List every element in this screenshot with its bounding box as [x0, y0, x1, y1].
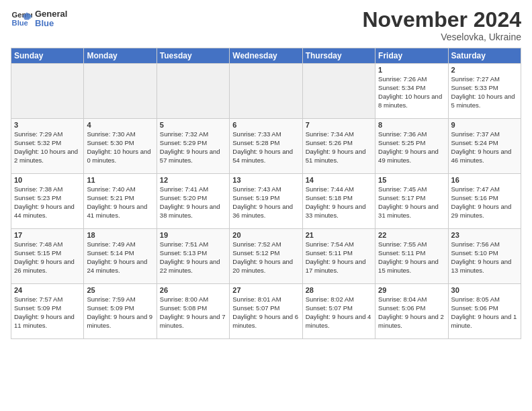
day-info: Sunrise: 7:40 AMSunset: 5:21 PMDaylight:… — [87, 185, 153, 220]
table-row: 9Sunrise: 7:37 AMSunset: 5:24 PMDaylight… — [448, 119, 521, 174]
table-row: 29Sunrise: 8:04 AMSunset: 5:06 PMDayligh… — [375, 284, 448, 339]
table-row: 1Sunrise: 7:26 AMSunset: 5:34 PMDaylight… — [375, 64, 448, 119]
logo: General Blue General Blue — [11, 8, 67, 30]
day-number: 26 — [160, 286, 226, 294]
table-row: 14Sunrise: 7:44 AMSunset: 5:18 PMDayligh… — [302, 174, 375, 229]
table-row: 16Sunrise: 7:47 AMSunset: 5:16 PMDayligh… — [448, 174, 521, 229]
table-row — [157, 64, 229, 119]
table-row: 2Sunrise: 7:27 AMSunset: 5:33 PMDaylight… — [448, 64, 521, 119]
table-row — [11, 64, 84, 119]
day-number: 30 — [451, 286, 518, 294]
day-info: Sunrise: 7:30 AMSunset: 5:30 PMDaylight:… — [87, 130, 153, 165]
table-row: 19Sunrise: 7:51 AMSunset: 5:13 PMDayligh… — [157, 229, 229, 284]
logo-line1: General — [35, 9, 67, 19]
header: General Blue General Blue November 2024 … — [11, 8, 521, 42]
day-number: 27 — [232, 286, 299, 294]
day-number: 16 — [451, 176, 518, 184]
day-info: Sunrise: 8:02 AMSunset: 5:07 PMDaylight:… — [306, 295, 372, 330]
col-wednesday: Wednesday — [230, 48, 302, 64]
day-info: Sunrise: 7:49 AMSunset: 5:14 PMDaylight:… — [87, 240, 153, 275]
calendar-header-row: Sunday Monday Tuesday Wednesday Thursday… — [11, 48, 521, 64]
table-row: 13Sunrise: 7:43 AMSunset: 5:19 PMDayligh… — [230, 174, 302, 229]
day-info: Sunrise: 7:33 AMSunset: 5:28 PMDaylight:… — [232, 130, 299, 165]
table-row: 6Sunrise: 7:33 AMSunset: 5:28 PMDaylight… — [230, 119, 302, 174]
table-row: 11Sunrise: 7:40 AMSunset: 5:21 PMDayligh… — [84, 174, 157, 229]
table-row: 15Sunrise: 7:45 AMSunset: 5:17 PMDayligh… — [375, 174, 448, 229]
table-row: 21Sunrise: 7:54 AMSunset: 5:11 PMDayligh… — [302, 229, 375, 284]
day-number: 13 — [232, 176, 299, 184]
day-info: Sunrise: 7:44 AMSunset: 5:18 PMDaylight:… — [306, 185, 372, 220]
table-row — [84, 64, 157, 119]
month-title: November 2024 — [362, 8, 521, 32]
col-tuesday: Tuesday — [157, 48, 229, 64]
day-number: 7 — [306, 121, 372, 129]
day-info: Sunrise: 8:05 AMSunset: 5:06 PMDaylight:… — [451, 295, 518, 330]
day-info: Sunrise: 7:37 AMSunset: 5:24 PMDaylight:… — [451, 130, 518, 165]
day-number: 5 — [160, 121, 226, 129]
day-info: Sunrise: 7:27 AMSunset: 5:33 PMDaylight:… — [451, 75, 518, 109]
day-number: 18 — [87, 231, 153, 239]
table-row: 26Sunrise: 8:00 AMSunset: 5:08 PMDayligh… — [157, 284, 229, 339]
day-number: 9 — [451, 121, 518, 129]
table-row: 27Sunrise: 8:01 AMSunset: 5:07 PMDayligh… — [230, 284, 302, 339]
day-info: Sunrise: 7:45 AMSunset: 5:17 PMDaylight:… — [378, 185, 445, 220]
table-row: 28Sunrise: 8:02 AMSunset: 5:07 PMDayligh… — [302, 284, 375, 339]
day-number: 6 — [232, 121, 299, 129]
calendar-week-2: 3Sunrise: 7:29 AMSunset: 5:32 PMDaylight… — [11, 119, 521, 174]
day-number: 1 — [378, 66, 445, 74]
day-info: Sunrise: 7:34 AMSunset: 5:26 PMDaylight:… — [306, 130, 372, 165]
day-number: 11 — [87, 176, 153, 184]
day-info: Sunrise: 7:48 AMSunset: 5:15 PMDaylight:… — [14, 240, 81, 275]
day-info: Sunrise: 7:43 AMSunset: 5:19 PMDaylight:… — [232, 185, 299, 220]
table-row: 20Sunrise: 7:52 AMSunset: 5:12 PMDayligh… — [230, 229, 302, 284]
table-row: 23Sunrise: 7:56 AMSunset: 5:10 PMDayligh… — [448, 229, 521, 284]
day-info: Sunrise: 8:04 AMSunset: 5:06 PMDaylight:… — [378, 295, 445, 330]
day-info: Sunrise: 7:26 AMSunset: 5:34 PMDaylight:… — [378, 75, 445, 109]
table-row: 7Sunrise: 7:34 AMSunset: 5:26 PMDaylight… — [302, 119, 375, 174]
day-info: Sunrise: 7:41 AMSunset: 5:20 PMDaylight:… — [160, 185, 226, 220]
day-number: 29 — [378, 286, 445, 294]
day-info: Sunrise: 7:32 AMSunset: 5:29 PMDaylight:… — [160, 130, 226, 165]
title-block: November 2024 Veselovka, Ukraine — [362, 8, 521, 42]
table-row: 30Sunrise: 8:05 AMSunset: 5:06 PMDayligh… — [448, 284, 521, 339]
col-monday: Monday — [84, 48, 157, 64]
day-info: Sunrise: 8:01 AMSunset: 5:07 PMDaylight:… — [232, 295, 299, 330]
day-number: 17 — [14, 231, 81, 239]
table-row: 8Sunrise: 7:36 AMSunset: 5:25 PMDaylight… — [375, 119, 448, 174]
calendar-week-1: 1Sunrise: 7:26 AMSunset: 5:34 PMDaylight… — [11, 64, 521, 119]
day-info: Sunrise: 7:59 AMSunset: 5:09 PMDaylight:… — [87, 295, 153, 330]
page: General Blue General Blue November 2024 … — [0, 0, 532, 411]
col-saturday: Saturday — [448, 48, 521, 64]
calendar-week-5: 24Sunrise: 7:57 AMSunset: 5:09 PMDayligh… — [11, 284, 521, 339]
table-row: 22Sunrise: 7:55 AMSunset: 5:11 PMDayligh… — [375, 229, 448, 284]
day-info: Sunrise: 7:56 AMSunset: 5:10 PMDaylight:… — [451, 240, 518, 275]
day-number: 12 — [160, 176, 226, 184]
day-info: Sunrise: 8:00 AMSunset: 5:08 PMDaylight:… — [160, 295, 226, 330]
table-row — [302, 64, 375, 119]
calendar-week-3: 10Sunrise: 7:38 AMSunset: 5:23 PMDayligh… — [11, 174, 521, 229]
calendar-week-4: 17Sunrise: 7:48 AMSunset: 5:15 PMDayligh… — [11, 229, 521, 284]
table-row — [230, 64, 302, 119]
col-thursday: Thursday — [302, 48, 375, 64]
day-number: 8 — [378, 121, 445, 129]
day-number: 3 — [14, 121, 81, 129]
location: Veselovka, Ukraine — [362, 32, 521, 42]
table-row: 12Sunrise: 7:41 AMSunset: 5:20 PMDayligh… — [157, 174, 229, 229]
table-row: 4Sunrise: 7:30 AMSunset: 5:30 PMDaylight… — [84, 119, 157, 174]
day-info: Sunrise: 7:29 AMSunset: 5:32 PMDaylight:… — [14, 130, 81, 165]
day-info: Sunrise: 7:57 AMSunset: 5:09 PMDaylight:… — [14, 295, 81, 330]
day-info: Sunrise: 7:54 AMSunset: 5:11 PMDaylight:… — [306, 240, 372, 275]
day-number: 28 — [306, 286, 372, 294]
day-number: 14 — [306, 176, 372, 184]
day-info: Sunrise: 7:55 AMSunset: 5:11 PMDaylight:… — [378, 240, 445, 275]
day-number: 21 — [306, 231, 372, 239]
day-number: 22 — [378, 231, 445, 239]
day-info: Sunrise: 7:52 AMSunset: 5:12 PMDaylight:… — [232, 240, 299, 275]
table-row: 24Sunrise: 7:57 AMSunset: 5:09 PMDayligh… — [11, 284, 84, 339]
table-row: 17Sunrise: 7:48 AMSunset: 5:15 PMDayligh… — [11, 229, 84, 284]
table-row: 10Sunrise: 7:38 AMSunset: 5:23 PMDayligh… — [11, 174, 84, 229]
table-row: 25Sunrise: 7:59 AMSunset: 5:09 PMDayligh… — [84, 284, 157, 339]
day-number: 19 — [160, 231, 226, 239]
day-number: 20 — [232, 231, 299, 239]
day-number: 2 — [451, 66, 518, 74]
